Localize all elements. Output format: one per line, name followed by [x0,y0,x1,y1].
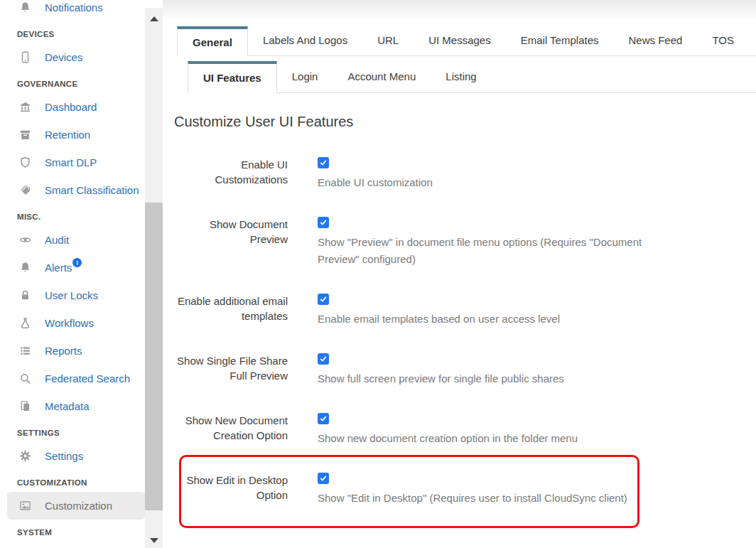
sidebar-item-label: Metadata [45,400,90,412]
sidebar-item-label: Federated Search [45,372,130,385]
sidebar-section-devices: DEVICES [0,25,145,43]
sidebar-item-dashboard[interactable]: Dashboard [0,93,145,121]
tab-url[interactable]: URL [362,26,414,55]
checkbox-enable-additional-email-templates[interactable] [318,294,329,305]
sidebar-scrollbar[interactable] [145,8,163,548]
sidebar-item-retention[interactable]: Retention [0,121,145,149]
admin-settings-screen: Notifications DEVICES Devices GOVERNANCE… [0,0,756,548]
bell-icon [18,1,32,14]
setting-description: Show "Preview" in document file menu opt… [318,234,676,268]
setting-label: Enable UI Customizations [174,157,288,191]
sidebar-list: Notifications DEVICES Devices GOVERNANCE… [0,0,145,548]
bank-icon [18,101,32,113]
sidebar-section-system: SYSTEM [0,523,145,542]
scrollbar-thumb[interactable] [145,203,163,510]
shield-icon [18,156,32,168]
sidebar-item-label: Retention [45,129,90,141]
lock-icon [18,289,32,301]
setting-row-show-new-document-creation-option: Show New Document Creation Option Show n… [174,413,756,447]
tab-email-templates[interactable]: Email Templates [506,26,614,55]
checkbox-enable-ui-customizations[interactable] [318,157,329,168]
sidebar-section-misc: MISC. [0,208,145,226]
setting-description: Show new document creation option in the… [318,430,578,447]
bell-icon [18,262,32,274]
tab-tos[interactable]: TOS [697,26,749,55]
setting-label: Enable additional email templates [174,294,288,328]
list-icon [18,345,32,357]
sidebar-item-reports[interactable]: Reports [0,337,145,365]
search-icon [18,372,32,385]
setting-description: Enable UI customization [318,174,433,191]
setting-description: Show full screen preview for single file… [318,370,564,387]
setting-row-enable-additional-email-templates: Enable additional email templates Enable… [174,294,756,328]
sidebar-item-customization[interactable]: Customization [7,492,145,520]
flask-icon [18,317,32,329]
tab-advanced[interactable]: Advanced [749,26,756,55]
sidebar-item-label: Notifications [45,1,103,14]
tab-listing[interactable]: Listing [431,61,491,92]
image-icon [18,500,32,512]
tablet-icon [18,51,32,63]
sidebar-item-smart-dlp[interactable]: Smart DLP [0,149,145,176]
sidebar-item-label: Audit [45,234,69,246]
sidebar-item-metadata[interactable]: Metadata [0,392,145,420]
checkbox-show-edit-in-desktop-option[interactable] [318,473,329,484]
primary-tabs: General Labels And Logos URL UI Messages… [177,26,756,56]
checkbox-show-new-document-creation-option[interactable] [318,413,329,424]
sidebar-item-label: Alerts [45,262,72,274]
setting-row-show-document-preview: Show Document Preview Show "Preview" in … [174,217,756,268]
page-title: Customize User UI Features [174,113,756,130]
setting-label: Show Single File Share Full Preview [174,353,288,387]
setting-description: Show "Edit in Desktop" (Requires user to… [318,490,627,507]
sidebar-section-governance: GOVERNANCE [0,75,145,93]
tags-icon [18,184,32,196]
scroll-up-arrow[interactable] [145,11,163,26]
sidebar: Notifications DEVICES Devices GOVERNANCE… [0,0,145,548]
sidebar-item-smart-classification[interactable]: Smart Classification [0,176,145,204]
setting-label: Show Edit in Desktop Option [174,473,288,507]
tab-ui-features[interactable]: UI Features [188,61,277,93]
checkbox-show-document-preview[interactable] [318,217,329,228]
sidebar-item-label: Customization [45,500,112,512]
sidebar-item-label: User Locks [45,289,98,301]
alerts-badge: ! [72,258,82,267]
pages-icon [18,400,32,412]
setting-row-show-single-file-share-full-preview: Show Single File Share Full Preview Show… [174,353,756,387]
sidebar-item-settings[interactable]: Settings [0,442,145,470]
setting-description: Enable email templates based on user acc… [318,311,560,328]
scroll-down-arrow[interactable] [145,532,163,548]
secondary-tabs: UI Features Login Account Menu Listing [188,61,756,93]
sidebar-item-federated-search[interactable]: Federated Search [0,365,145,392]
gear-icon [18,450,32,462]
sidebar-item-alerts[interactable]: Alerts ! [0,254,145,281]
sidebar-item-cluster[interactable]: Cluster [0,542,145,548]
setting-label: Show Document Preview [174,217,288,268]
setting-row-show-edit-in-desktop-option: Show Edit in Desktop Option Show "Edit i… [174,473,756,507]
archive-icon [18,129,32,141]
sidebar-item-user-locks[interactable]: User Locks [0,281,145,309]
main-content: General Labels And Logos URL UI Messages… [163,0,756,548]
checkbox-show-single-file-share-full-preview[interactable] [318,353,329,365]
sidebar-item-notifications[interactable]: Notifications [0,0,145,21]
sidebar-section-settings: SETTINGS [0,424,145,442]
tab-news-feed[interactable]: News Feed [614,26,698,55]
sidebar-item-label: Workflows [45,317,94,329]
eye-icon [18,234,32,246]
sidebar-item-workflows[interactable]: Workflows [0,309,145,337]
setting-row-enable-ui-customizations: Enable UI Customizations Enable UI custo… [174,157,756,191]
settings-form: Enable UI Customizations Enable UI custo… [174,157,756,507]
tab-labels-and-logos[interactable]: Labels And Logos [248,26,362,55]
setting-label: Show New Document Creation Option [174,413,288,447]
sidebar-item-label: Reports [45,345,82,357]
sidebar-section-customization: CUSTOMIZATION [0,473,145,492]
tab-account-menu[interactable]: Account Menu [333,61,431,92]
sidebar-item-label: Settings [45,450,83,462]
sidebar-item-label: Devices [45,51,82,63]
tab-ui-messages[interactable]: UI Messages [414,26,506,55]
tab-general[interactable]: General [177,26,248,56]
sidebar-item-label: Dashboard [45,101,97,113]
sidebar-item-label: Smart Classification [45,184,139,196]
sidebar-item-devices[interactable]: Devices [0,43,145,71]
tab-login[interactable]: Login [277,61,333,92]
sidebar-item-audit[interactable]: Audit [0,226,145,254]
